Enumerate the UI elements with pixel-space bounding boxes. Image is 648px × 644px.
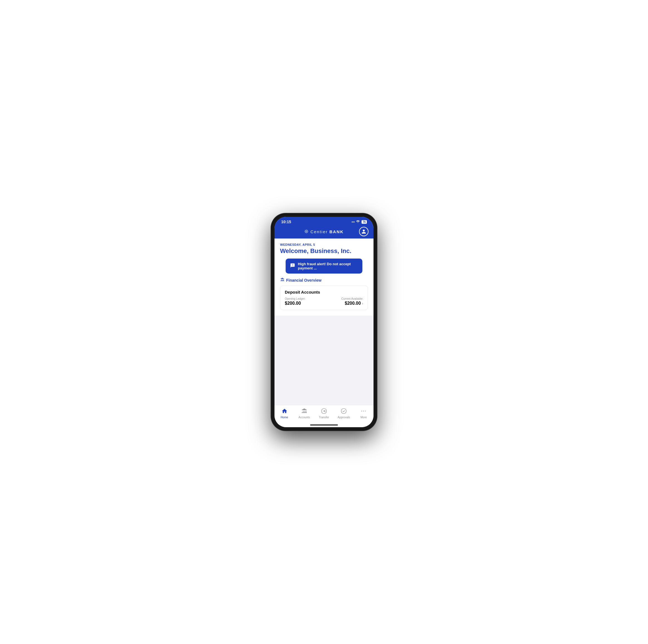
fraud-alert-banner[interactable]: High fraud alert! Do not accept payment … xyxy=(286,258,362,274)
main-content: WEDNESDAY, APRIL 5 Welcome, Business, In… xyxy=(274,239,374,405)
deposit-accounts-title: Deposit Accounts xyxy=(285,290,363,294)
transfer-icon xyxy=(321,408,327,415)
nav-item-transfer[interactable]: Transfer xyxy=(314,408,334,419)
financial-overview-header: Financial Overview xyxy=(280,274,368,286)
logo-star-icon: ❊ xyxy=(304,229,309,235)
alert-text: High fraud alert! Do not accept payment … xyxy=(298,262,358,270)
accounts-icon xyxy=(301,408,307,415)
opening-ledger-label: Opening Ledger: xyxy=(285,297,306,300)
empty-content-area xyxy=(274,315,374,371)
logo-bank-text: BANK xyxy=(330,229,344,234)
chevron-right-icon: › xyxy=(362,301,363,306)
nav-more-label: More xyxy=(361,416,367,419)
nav-item-more[interactable]: More xyxy=(354,408,374,419)
financial-overview-label: Financial Overview xyxy=(286,278,322,283)
alert-icon xyxy=(290,263,295,269)
signal-icon: ▪▪▪ xyxy=(352,220,355,224)
current-available-value: $200.00 xyxy=(344,301,361,306)
greeting-name: Welcome, Business, Inc. xyxy=(280,247,368,255)
svg-point-5 xyxy=(365,411,366,412)
accounts-balance-row: Opening Ledger: $200.00 Current Availabl… xyxy=(285,297,363,306)
nav-item-accounts[interactable]: Accounts xyxy=(294,408,314,419)
svg-point-2 xyxy=(341,408,346,413)
opening-ledger-col: Opening Ledger: $200.00 xyxy=(285,297,306,306)
phone-device: 10:15 ▪▪▪ 76 ❊ Centier BANK xyxy=(271,213,377,431)
current-available-col: Current Available: $200.00 › xyxy=(341,297,363,306)
nav-item-home[interactable]: Home xyxy=(274,408,294,419)
opening-ledger-value: $200.00 xyxy=(285,301,306,306)
nav-item-approvals[interactable]: Approvals xyxy=(334,408,354,419)
logo-centier-text: Centier xyxy=(310,229,328,234)
greeting-section: WEDNESDAY, APRIL 5 Welcome, Business, In… xyxy=(274,239,374,315)
svg-point-3 xyxy=(362,411,362,412)
profile-button[interactable] xyxy=(359,227,369,236)
nav-transfer-label: Transfer xyxy=(319,416,329,419)
current-available-label: Current Available: xyxy=(341,297,363,300)
home-bar xyxy=(310,425,338,426)
status-time: 10:15 xyxy=(281,219,291,224)
svg-point-4 xyxy=(363,411,364,412)
deposit-accounts-card[interactable]: Deposit Accounts Opening Ledger: $200.00… xyxy=(280,286,368,310)
approvals-icon xyxy=(341,408,347,415)
more-icon xyxy=(361,408,367,415)
wifi-icon xyxy=(356,220,360,224)
app-header: ❊ Centier BANK xyxy=(274,226,374,239)
home-indicator xyxy=(274,423,374,427)
bank-icon xyxy=(280,278,284,283)
bottom-navigation: Home Accounts Transfe xyxy=(274,405,374,423)
phone-screen: 10:15 ▪▪▪ 76 ❊ Centier BANK xyxy=(274,217,374,427)
svg-point-0 xyxy=(358,222,358,223)
app-logo: ❊ Centier BANK xyxy=(304,229,344,235)
greeting-date: WEDNESDAY, APRIL 5 xyxy=(280,243,368,246)
status-icons: ▪▪▪ 76 xyxy=(352,220,367,224)
nav-home-label: Home xyxy=(281,416,288,419)
home-icon xyxy=(281,408,287,415)
status-bar: 10:15 ▪▪▪ 76 xyxy=(274,217,374,226)
nav-accounts-label: Accounts xyxy=(299,416,310,419)
battery-icon: 76 xyxy=(362,220,367,224)
nav-approvals-label: Approvals xyxy=(338,416,350,419)
